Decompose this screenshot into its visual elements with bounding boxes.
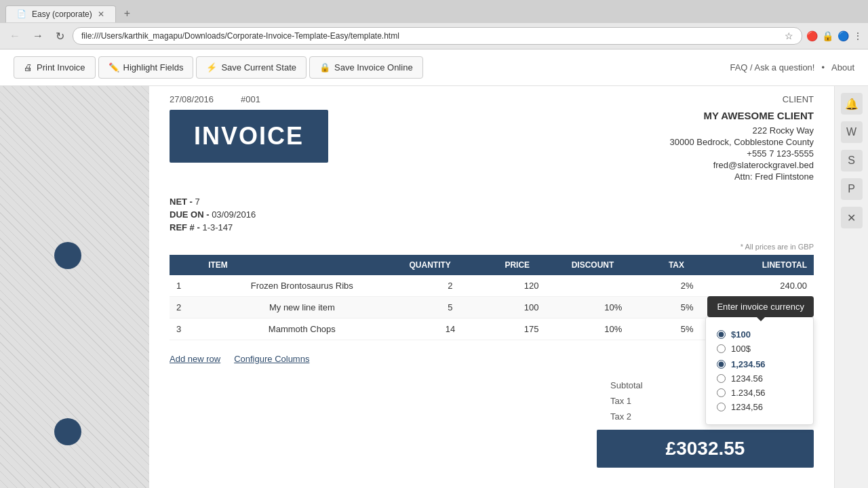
invoice-date-number: 27/08/2016 #001 bbox=[170, 94, 260, 104]
col-discount: DISCOUNT bbox=[565, 255, 662, 275]
client-info: MY AWESOME CLIENT 222 Rocky Way 30000 Be… bbox=[670, 110, 814, 183]
new-tab-button[interactable]: + bbox=[116, 4, 138, 23]
client-address1[interactable]: 222 Rocky Way bbox=[670, 125, 814, 136]
sidebar-icon-5[interactable]: ✕ bbox=[841, 207, 863, 228]
tab-title: Easy (corporate) bbox=[32, 9, 92, 19]
save-online-label: Save Invoice Online bbox=[334, 62, 413, 73]
back-button[interactable]: ← bbox=[5, 28, 24, 43]
row2-tax[interactable]: 5% bbox=[662, 297, 713, 319]
currency-radio-format2[interactable] bbox=[717, 374, 726, 383]
tax2-label: Tax 2 bbox=[610, 411, 631, 422]
save-current-state-button[interactable]: ⚡ Save Current State bbox=[196, 56, 307, 79]
browser-chrome: 📄 Easy (corporate) ✕ + ← → ↻ file:///Use… bbox=[0, 0, 868, 49]
currency-option-dollar-before[interactable]: $100 bbox=[717, 329, 802, 340]
currency-popup: $100 100$ 1,234.56 1234.56 1.234,56 12 bbox=[705, 317, 814, 425]
tab-close-button[interactable]: ✕ bbox=[98, 9, 104, 19]
client-address2[interactable]: 30000 Bedrock, Cobblestone County bbox=[670, 137, 814, 147]
col-item: ITEM bbox=[201, 255, 402, 275]
invoice-area: 27/08/2016 #001 CLIENT INVOICE MY AWESOM… bbox=[149, 86, 834, 488]
lightning-icon: ⚡ bbox=[206, 62, 217, 73]
ref-value[interactable]: 1-3-147 bbox=[202, 222, 233, 232]
currency-label-format2: 1234.56 bbox=[731, 373, 763, 384]
row2-qty[interactable]: 5 bbox=[403, 297, 498, 319]
print-icon: 🖨 bbox=[24, 62, 33, 73]
tab-bar: 📄 Easy (corporate) ✕ + bbox=[0, 0, 868, 23]
row3-qty[interactable]: 14 bbox=[403, 319, 498, 340]
col-linetotal: LINETOTAL bbox=[713, 255, 814, 275]
extension-icon-1[interactable]: 🔴 bbox=[806, 30, 818, 41]
row1-discount[interactable] bbox=[565, 275, 662, 297]
left-circle-top bbox=[54, 242, 81, 269]
currency-option-dollar-after[interactable]: 100$ bbox=[717, 344, 802, 354]
row2-item[interactable]: My new line item bbox=[201, 297, 402, 319]
currency-option-format4[interactable]: 1234,56 bbox=[717, 402, 802, 412]
currency-radio-format4[interactable] bbox=[717, 403, 726, 411]
currency-radio-dollar-before[interactable] bbox=[717, 330, 726, 339]
row3-item[interactable]: Mammoth Chops bbox=[201, 319, 402, 340]
row1-item[interactable]: Frozen Brontosaurus Ribs bbox=[201, 275, 402, 297]
row3-num: 3 bbox=[170, 319, 201, 340]
row2-num: 2 bbox=[170, 297, 201, 319]
currency-label-format4: 1234,56 bbox=[731, 402, 763, 412]
currency-radio-dollar-after[interactable] bbox=[717, 344, 726, 353]
currency-tooltip: Enter invoice currency bbox=[707, 296, 814, 317]
row2-discount[interactable]: 10% bbox=[565, 297, 662, 319]
client-email[interactable]: fred@slaterockgravel.bed bbox=[670, 160, 814, 170]
currency-option-format3[interactable]: 1.234,56 bbox=[717, 388, 802, 398]
sidebar-icon-4[interactable]: P bbox=[841, 178, 863, 200]
toolbar: 🖨 Print Invoice ✏️ Highlight Fields ⚡ Sa… bbox=[0, 49, 868, 86]
currency-radio-format1[interactable] bbox=[717, 360, 726, 369]
sidebar-icon-3[interactable]: S bbox=[841, 150, 863, 171]
address-bar[interactable]: file:///Users/karthik_magapu/Downloads/C… bbox=[73, 27, 802, 45]
extension-icon-3[interactable]: 🔵 bbox=[837, 30, 849, 41]
invoice-meta: NET - 7 DUE ON - 03/09/2016 REF # - 1-3-… bbox=[170, 197, 814, 232]
currency-radio-format3[interactable] bbox=[717, 388, 726, 397]
bookmark-icon[interactable]: ☆ bbox=[785, 30, 793, 41]
row1-tax[interactable]: 2% bbox=[662, 275, 713, 297]
sidebar-icon-2[interactable]: W bbox=[841, 121, 863, 143]
add-new-row-link[interactable]: Add new row bbox=[170, 354, 220, 364]
right-sidebar: 🔔 W S P ✕ bbox=[834, 86, 868, 488]
table-header-row: ITEM QUANTITY PRICE DISCOUNT TAX LINETOT… bbox=[170, 255, 814, 275]
invoice-top-bar: 27/08/2016 #001 CLIENT bbox=[170, 86, 814, 110]
refresh-button[interactable]: ↻ bbox=[52, 28, 68, 44]
total-final: £3032.55 bbox=[597, 430, 814, 468]
highlight-fields-button[interactable]: ✏️ Highlight Fields bbox=[98, 56, 194, 79]
currency-label-dollar-before: $100 bbox=[731, 329, 751, 340]
row1-num: 1 bbox=[170, 275, 201, 297]
client-name[interactable]: MY AWESOME CLIENT bbox=[670, 110, 814, 121]
invoice-number[interactable]: #001 bbox=[241, 94, 260, 104]
sidebar-icon-1[interactable]: 🔔 bbox=[841, 93, 863, 115]
currency-label-format1: 1,234.56 bbox=[731, 359, 766, 369]
highlight-icon: ✏️ bbox=[108, 62, 119, 73]
row3-discount[interactable]: 10% bbox=[565, 319, 662, 340]
currency-option-format2[interactable]: 1234.56 bbox=[717, 373, 802, 384]
subtotal-label: Subtotal bbox=[610, 380, 643, 390]
forward-button[interactable]: → bbox=[28, 28, 47, 43]
prices-note: * All prices are in GBP bbox=[170, 243, 814, 251]
print-invoice-button[interactable]: 🖨 Print Invoice bbox=[14, 56, 96, 79]
client-phone[interactable]: +555 7 123-5555 bbox=[670, 148, 814, 159]
faq-link[interactable]: FAQ / Ask a question! bbox=[730, 62, 814, 73]
currency-option-format1[interactable]: 1,234.56 bbox=[717, 359, 802, 369]
row2-price[interactable]: 100 bbox=[498, 297, 564, 319]
active-tab[interactable]: 📄 Easy (corporate) ✕ bbox=[5, 5, 116, 22]
row1-qty[interactable]: 2 bbox=[403, 275, 498, 297]
menu-icon[interactable]: ⋮ bbox=[853, 30, 863, 41]
about-link[interactable]: About bbox=[831, 62, 854, 73]
row3-price[interactable]: 175 bbox=[498, 319, 564, 340]
save-invoice-online-button[interactable]: 🔒 Save Invoice Online bbox=[309, 56, 423, 79]
table-row: 1 Frozen Brontosaurus Ribs 2 120 2% 240.… bbox=[170, 275, 814, 297]
tab-favicon: 📄 bbox=[17, 9, 26, 18]
tax1-label: Tax 1 bbox=[610, 396, 631, 406]
highlight-label: Highlight Fields bbox=[123, 62, 184, 73]
configure-columns-link[interactable]: Configure Columns bbox=[234, 354, 309, 364]
extension-icon-2[interactable]: 🔒 bbox=[822, 30, 833, 41]
row1-total: 240.00 bbox=[713, 275, 814, 297]
col-quantity: QUANTITY bbox=[403, 255, 498, 275]
invoice-date[interactable]: 27/08/2016 bbox=[170, 94, 214, 104]
due-value[interactable]: 03/09/2016 bbox=[212, 209, 256, 220]
main-content: 27/08/2016 #001 CLIENT INVOICE MY AWESOM… bbox=[0, 86, 868, 488]
net-value[interactable]: 7 bbox=[195, 197, 200, 207]
row1-price[interactable]: 120 bbox=[498, 275, 564, 297]
